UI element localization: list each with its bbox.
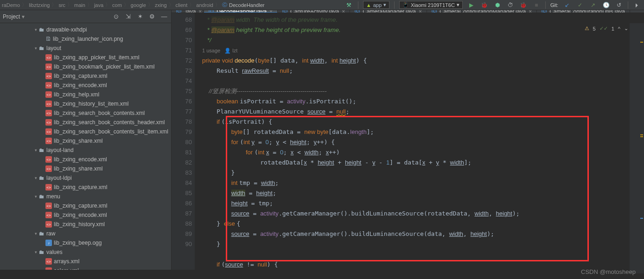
code[interactable]: * @param width The width of the preview … (195, 13, 644, 270)
xml-icon: <> (45, 73, 52, 79)
tree-label: lib_zxing_search_book_contents.xml (54, 110, 145, 116)
tree-label: lib_zxing_beep.ogg (54, 240, 102, 246)
tree-label: lib_zxing_search_book_contents_header.xm… (54, 119, 165, 126)
ok-icon: ✓✓ (599, 25, 608, 32)
tree-row[interactable]: ♪lib_zxing_beep.ogg (0, 238, 171, 247)
ok-count: 1 (612, 26, 614, 32)
folder-icon: 🖿 (39, 26, 45, 33)
project-panel: Project ▾ ⊙ ⇲ ✶ ⚙ — ▾🖿drawable-xxhdpi🖻li… (0, 10, 172, 270)
git-commit-icon[interactable]: ✓ (576, 1, 584, 9)
git-rollback-icon[interactable]: ↺ (615, 1, 623, 9)
close-icon[interactable]: × (198, 10, 202, 13)
top-toolbar: raDemo〉libztzxing〉src〉main〉java〉com〉goog… (0, 0, 644, 10)
tree-row[interactable]: <>lib_zxing_help.xml (0, 90, 171, 99)
tree-label: layout (46, 45, 61, 51)
profile-button[interactable]: ⏱ (506, 1, 515, 9)
xml-icon: <> (45, 110, 52, 116)
attach-button[interactable]: 🐞 (519, 1, 528, 9)
tree-row[interactable]: ▾🖿raw (0, 229, 171, 238)
tree-row[interactable]: <>lib_zxing_bookmark_picker_list_item.xm… (0, 62, 171, 71)
tree-row[interactable]: <>lib_zxing_capture.xml (0, 201, 171, 210)
folder-icon: 🖿 (39, 45, 45, 51)
chevron-down-icon[interactable]: ⌄ (624, 25, 628, 32)
gutter: 6869707172737475767778798081828384858687… (172, 13, 195, 270)
tree-label: lib_zxing_share.xml (54, 165, 102, 172)
folder-icon: 🖿 (39, 147, 45, 153)
tree-row[interactable]: <>lib_zxing_search_book_contents.xml (0, 108, 171, 118)
coverage-button[interactable]: ⬢ (493, 1, 502, 9)
panel-title[interactable]: Project (3, 13, 20, 20)
xml-icon: <> (45, 82, 52, 89)
tree-row[interactable]: 🖻lib_zxing_launcher_icon.png (0, 34, 171, 44)
tree-row[interactable]: <>colors.xml (0, 266, 171, 270)
tree-label: lib_zxing_history.xml (54, 221, 105, 228)
xml-icon: <> (45, 138, 52, 144)
tree-row[interactable]: <>lib_zxing_search_book_contents_list_it… (0, 127, 171, 136)
tree-row[interactable]: ▾🖿drawable-xxhdpi (0, 25, 171, 34)
folder-icon: 🖿 (39, 249, 45, 255)
tree-label: lib_zxing_capture.xml (54, 203, 107, 209)
tree-row[interactable]: ▾🖿menu (0, 192, 171, 201)
git-update-icon[interactable]: ↙ (563, 1, 571, 9)
tree-label: lib_zxing_search_book_contents_list_item… (54, 128, 168, 135)
git-push-icon[interactable]: ↗ (589, 1, 597, 9)
tree-row[interactable]: <>lib_zxing_capture.xml (0, 183, 171, 192)
tree-label: lib_zxing_launcher_icon.png (53, 36, 123, 42)
xml-icon: <> (45, 267, 52, 270)
stop-button[interactable]: ■ (532, 1, 541, 9)
tree-row[interactable]: <>lib_zxing_history_list_item.xml (0, 99, 171, 108)
tree-row[interactable]: <>arrays.xml (0, 257, 171, 266)
tree-row[interactable]: <>lib_zxing_history.xml (0, 220, 171, 229)
tree-row[interactable]: <>lib_zxing_capture.xml (0, 71, 171, 81)
device-selector[interactable]: 📱Xiaomi 2109T1T6C ▾ (399, 1, 463, 9)
editor-area: Ⓒ.java×ⒸDecodeHandler.java×ⒸCaptureActiv… (172, 10, 644, 270)
editor-tab[interactable]: ⒸCameraConfigurationManager.java× (427, 10, 537, 13)
debug-button[interactable]: 🐞 (480, 1, 489, 9)
chevron-down-icon[interactable]: ▾ (22, 13, 25, 20)
xml-icon: <> (45, 212, 52, 218)
tree-row[interactable]: <>lib_zxing_search_book_contents_header.… (0, 118, 171, 127)
tree-row[interactable]: <>lib_zxing_share.xml (0, 164, 171, 173)
chevron-down-icon: ▾ (383, 2, 386, 8)
chevron-up-icon[interactable]: ^ (618, 26, 620, 32)
collapse-icon[interactable]: ✶ (136, 13, 144, 21)
editor-tab[interactable]: ⒸCameraManager.java× (350, 10, 427, 13)
minimap[interactable] (629, 23, 644, 273)
tree-row[interactable]: ▾🖿layout-land (0, 146, 171, 155)
tree-row[interactable]: <>lib_zxing_encode.xml (0, 210, 171, 220)
editor-tab[interactable]: ⒸDecodeHandler.java× (204, 10, 278, 13)
tree-label: lib_zxing_encode.xml (54, 212, 107, 218)
tree-row[interactable]: <>lib_zxing_encode.xml (0, 81, 171, 90)
xml-icon: <> (45, 165, 52, 172)
tree-label: lib_zxing_app_picker_list_item.xml (54, 54, 140, 61)
tree-row[interactable]: ▾🖿layout-ldpi (0, 173, 171, 183)
project-tree[interactable]: ▾🖿drawable-xxhdpi🖻lib_zxing_launcher_ico… (0, 23, 171, 270)
run-config-selector[interactable]: ▲app ▾ (363, 1, 389, 9)
folder-icon: 🖿 (39, 193, 45, 200)
tree-label: lib_zxing_help.xml (54, 91, 99, 98)
editor-tab[interactable]: ⒸCaptureActivity.java× (278, 10, 350, 13)
tab-label: .java (184, 10, 196, 13)
tree-row[interactable]: ▾🖿layout (0, 44, 171, 53)
hide-icon[interactable]: — (160, 13, 168, 21)
editor-tab[interactable]: Ⓒ.java× (172, 10, 204, 13)
chevron-down-icon: ▾ (457, 2, 459, 8)
editor-tab[interactable]: ⒸCameraConfigurationUtils.java (537, 10, 630, 13)
run-button[interactable]: ▶ (467, 1, 476, 9)
tree-row[interactable]: ▾🖿values (0, 247, 171, 257)
select-opened-icon[interactable]: ⊙ (112, 13, 120, 21)
xml-icon: <> (45, 203, 52, 209)
expand-icon[interactable]: ⇲ (124, 13, 132, 21)
git-history-icon[interactable]: 🕓 (602, 1, 610, 9)
tree-label: drawable-xxhdpi (46, 26, 87, 33)
xml-icon: <> (45, 91, 52, 98)
folder-icon: 🖿 (39, 230, 45, 237)
inspections-widget[interactable]: ⚠5 ✓✓1 ^ ⌄ (585, 25, 628, 32)
more-icon[interactable]: ⏵ (633, 1, 641, 9)
tree-row[interactable]: <>lib_zxing_app_picker_list_item.xml (0, 53, 171, 62)
build-icon[interactable]: ⚒ (345, 1, 353, 9)
tree-row[interactable]: <>lib_zxing_share.xml (0, 136, 171, 146)
tree-row[interactable]: <>lib_zxing_encode.xml (0, 155, 171, 164)
settings-icon[interactable]: ⚙ (148, 13, 156, 21)
breadcrumb[interactable]: raDemo〉libztzxing〉src〉main〉java〉com〉goog… (0, 1, 264, 8)
